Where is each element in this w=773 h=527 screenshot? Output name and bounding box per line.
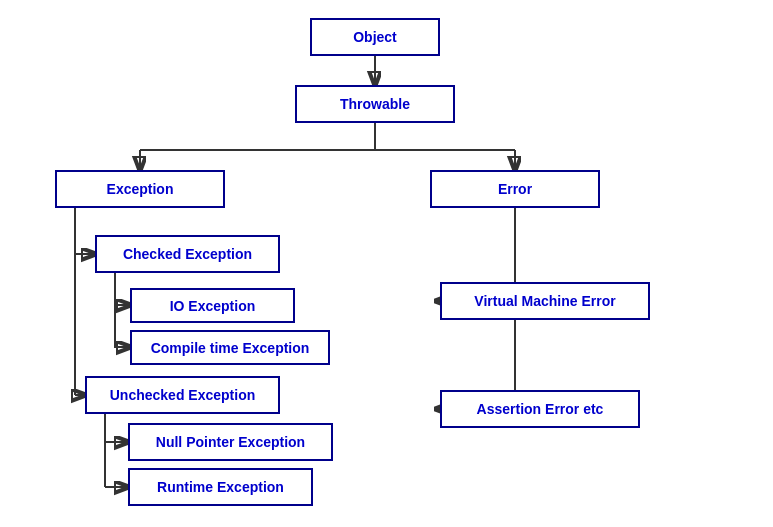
runtime-exception-node: Runtime Exception [128,468,313,506]
throwable-node: Throwable [295,85,455,123]
assertion-error-node: Assertion Error etc [440,390,640,428]
object-node: Object [310,18,440,56]
unchecked-exception-node: Unchecked Exception [85,376,280,414]
null-pointer-exception-node: Null Pointer Exception [128,423,333,461]
io-exception-node: IO Exception [130,288,295,323]
vm-error-node: Virtual Machine Error [440,282,650,320]
error-node: Error [430,170,600,208]
compile-exception-node: Compile time Exception [130,330,330,365]
exception-node: Exception [55,170,225,208]
diagram: Object Throwable Exception Error Checked… [0,0,773,527]
checked-exception-node: Checked Exception [95,235,280,273]
